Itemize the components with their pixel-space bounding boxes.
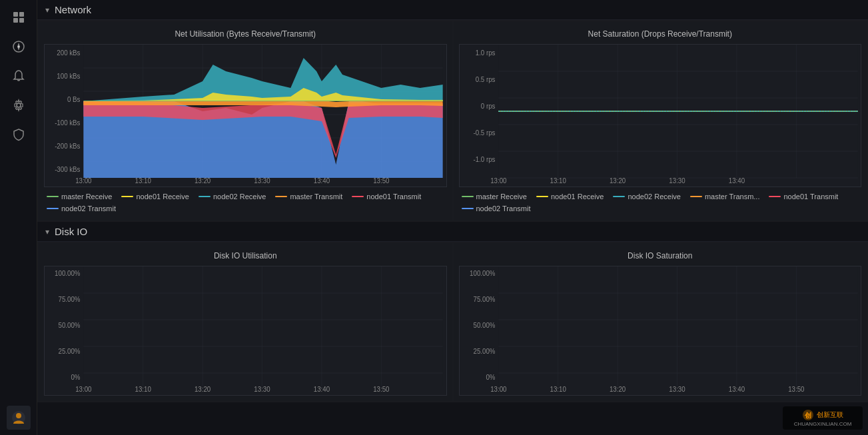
svg-text:75.00%: 75.00% bbox=[59, 296, 81, 303]
shield-icon[interactable] bbox=[7, 123, 31, 147]
svg-text:-100 kBs: -100 kBs bbox=[55, 119, 80, 127]
svg-text:13:20: 13:20 bbox=[195, 386, 211, 393]
legend-sat-node02-receive: node02 Receive bbox=[613, 193, 681, 201]
svg-text:13:20: 13:20 bbox=[609, 177, 626, 185]
svg-text:100 kBs: 100 kBs bbox=[57, 73, 80, 80]
svg-rect-2 bbox=[13, 18, 18, 23]
sidebar bbox=[0, 0, 37, 435]
watermark: 创 创新互联 CHUANGXINLIAN.COM bbox=[783, 406, 863, 430]
svg-text:200 kBs: 200 kBs bbox=[57, 49, 80, 57]
svg-text:0 rps: 0 rps bbox=[480, 103, 495, 110]
svg-text:25.00%: 25.00% bbox=[473, 348, 495, 355]
svg-text:-200 kBs: -200 kBs bbox=[55, 143, 80, 150]
svg-text:13:10: 13:10 bbox=[550, 386, 566, 393]
legend-sat-node02-transmit: node02 Transmit bbox=[462, 205, 531, 213]
legend-node01-receive: node01 Receive bbox=[121, 193, 189, 201]
net-saturation-chart: 1.0 rps 0.5 rps 0 rps -0.5 rps -1.0 rps bbox=[459, 44, 862, 187]
diskio-saturation-chart: 100.00% 75.00% 50.00% 25.00% 0% 13:00 bbox=[459, 266, 862, 396]
svg-text:0 Bs: 0 Bs bbox=[67, 96, 80, 103]
svg-text:13:40: 13:40 bbox=[314, 177, 330, 185]
diskio-charts-row: Disk IO Utilisation 100.00% 75.00% 50.00… bbox=[37, 242, 868, 402]
svg-text:13:40: 13:40 bbox=[728, 177, 745, 185]
svg-text:13:30: 13:30 bbox=[254, 177, 270, 185]
legend-sat-master-transmit: master Transm... bbox=[690, 193, 760, 201]
diskio-chevron: ▾ bbox=[45, 227, 49, 236]
network-chevron: ▾ bbox=[45, 5, 49, 15]
legend-sat-master-receive: master Receive bbox=[462, 193, 527, 201]
svg-text:13:10: 13:10 bbox=[550, 177, 566, 185]
svg-text:13:50: 13:50 bbox=[373, 177, 390, 185]
svg-text:13:00: 13:00 bbox=[490, 386, 507, 393]
grid-icon[interactable] bbox=[7, 5, 31, 29]
diskio-title: Disk IO bbox=[55, 226, 87, 237]
watermark-url: CHUANGXINLIAN.COM bbox=[788, 421, 857, 427]
network-title: Network bbox=[55, 4, 91, 15]
main-content: ▾ Network Net Utilisation (Bytes Receive… bbox=[37, 0, 868, 435]
svg-text:13:10: 13:10 bbox=[135, 177, 152, 185]
svg-point-8 bbox=[16, 413, 21, 418]
diskio-utilisation-panel: Disk IO Utilisation 100.00% 75.00% 50.00… bbox=[39, 243, 452, 401]
net-utilisation-panel: Net Utilisation (Bytes Receive/Transmit)… bbox=[39, 21, 452, 220]
diskio-section-header[interactable]: ▾ Disk IO bbox=[37, 222, 868, 242]
diskio-saturation-title: Disk IO Saturation bbox=[459, 251, 862, 260]
net-utilisation-chart: 200 kBs 100 kBs 0 Bs -100 kBs -200 kBs -… bbox=[44, 44, 447, 187]
gear-icon[interactable] bbox=[7, 93, 31, 117]
net-utilisation-legend: master Receive node01 Receive node02 Rec… bbox=[44, 187, 447, 215]
net-saturation-legend: master Receive node01 Receive node02 Rec… bbox=[459, 187, 862, 215]
svg-point-6 bbox=[17, 103, 21, 107]
legend-node02-transmit: node02 Transmit bbox=[47, 205, 116, 213]
legend-node01-transmit: node01 Transmit bbox=[352, 193, 421, 201]
compass-icon[interactable] bbox=[7, 35, 31, 59]
svg-text:13:00: 13:00 bbox=[75, 386, 92, 393]
net-utilisation-title: Net Utilisation (Bytes Receive/Transmit) bbox=[44, 29, 447, 39]
legend-sat-node01-transmit: node01 Transmit bbox=[769, 193, 838, 201]
svg-text:创: 创 bbox=[804, 412, 811, 419]
svg-rect-1 bbox=[19, 12, 24, 17]
svg-text:0.5 rps: 0.5 rps bbox=[475, 76, 495, 83]
svg-text:13:20: 13:20 bbox=[609, 386, 626, 393]
legend-master-transmit: master Transmit bbox=[275, 193, 342, 201]
svg-text:13:30: 13:30 bbox=[254, 386, 270, 393]
user-avatar[interactable] bbox=[7, 406, 31, 430]
svg-text:75.00%: 75.00% bbox=[473, 296, 495, 303]
legend-node02-receive: node02 Receive bbox=[199, 193, 266, 201]
svg-text:-0.5 rps: -0.5 rps bbox=[473, 129, 495, 137]
legend-sat-node01-receive: node01 Receive bbox=[536, 193, 604, 201]
svg-text:1.0 rps: 1.0 rps bbox=[475, 49, 495, 57]
svg-text:100.00%: 100.00% bbox=[55, 270, 81, 277]
svg-text:100.00%: 100.00% bbox=[470, 270, 496, 277]
svg-text:13:50: 13:50 bbox=[373, 386, 390, 393]
svg-rect-3 bbox=[19, 18, 24, 23]
svg-text:0%: 0% bbox=[71, 374, 80, 381]
svg-text:13:10: 13:10 bbox=[135, 386, 152, 393]
svg-text:-300 kBs: -300 kBs bbox=[55, 166, 80, 173]
svg-text:0%: 0% bbox=[486, 374, 495, 381]
svg-text:13:40: 13:40 bbox=[728, 386, 745, 393]
svg-text:13:50: 13:50 bbox=[788, 386, 805, 393]
svg-text:13:30: 13:30 bbox=[669, 386, 685, 393]
svg-text:-1.0 rps: -1.0 rps bbox=[473, 156, 495, 163]
svg-point-5 bbox=[17, 46, 19, 48]
diskio-utilisation-title: Disk IO Utilisation bbox=[44, 251, 447, 260]
svg-text:13:00: 13:00 bbox=[75, 177, 92, 185]
svg-text:13:20: 13:20 bbox=[195, 177, 211, 185]
svg-text:13:30: 13:30 bbox=[669, 177, 685, 185]
svg-rect-0 bbox=[13, 12, 18, 17]
svg-text:50.00%: 50.00% bbox=[473, 322, 495, 329]
watermark-text: 创新互联 bbox=[817, 410, 843, 420]
svg-text:13:40: 13:40 bbox=[314, 386, 330, 393]
net-saturation-title: Net Saturation (Drops Receive/Transmit) bbox=[459, 29, 862, 39]
network-charts-row: Net Utilisation (Bytes Receive/Transmit)… bbox=[37, 20, 868, 222]
diskio-saturation-panel: Disk IO Saturation 100.00% 75.00% 50.00%… bbox=[454, 243, 867, 401]
net-saturation-panel: Net Saturation (Drops Receive/Transmit) … bbox=[454, 21, 867, 220]
svg-text:13:00: 13:00 bbox=[490, 177, 507, 185]
diskio-utilisation-chart: 100.00% 75.00% 50.00% 25.00% 0% 13:00 bbox=[44, 266, 447, 396]
svg-rect-64 bbox=[83, 266, 442, 386]
svg-text:25.00%: 25.00% bbox=[59, 348, 81, 355]
svg-rect-85 bbox=[498, 266, 857, 386]
network-section-header[interactable]: ▾ Network bbox=[37, 0, 868, 20]
legend-master-receive: master Receive bbox=[47, 193, 112, 201]
bell-icon[interactable] bbox=[7, 64, 31, 88]
svg-text:50.00%: 50.00% bbox=[59, 322, 81, 329]
